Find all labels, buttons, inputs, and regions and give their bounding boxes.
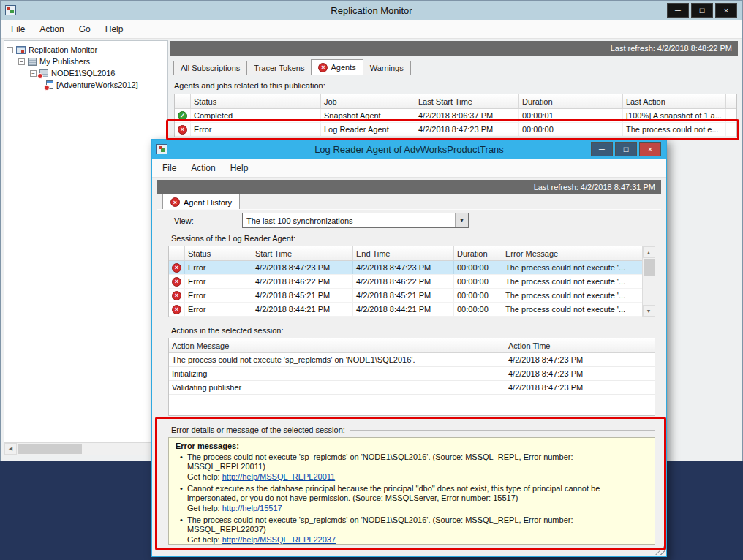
scroll-thumb[interactable] <box>18 444 82 454</box>
column-header-start-time[interactable]: Start Time <box>252 246 353 260</box>
menu-item-file[interactable]: File <box>155 160 184 176</box>
action-row[interactable]: Validating publisher 4/2/2018 8:47:23 PM <box>169 381 655 395</box>
minimize-button[interactable]: ─ <box>667 3 689 18</box>
bullet-icon: • <box>176 484 187 513</box>
bullet-icon: • <box>176 453 187 482</box>
collapse-toggle-icon[interactable]: − <box>18 58 25 65</box>
error-icon: × <box>172 263 181 273</box>
tabstrip-divider <box>157 209 661 210</box>
cell-duration: 00:00:00 <box>454 275 502 288</box>
get-help-link[interactable]: http://help/15517 <box>222 504 282 512</box>
session-row[interactable]: × Error 4/2/2018 8:44:21 PM 4/2/2018 8:4… <box>169 303 642 317</box>
chevron-down-icon[interactable]: ▼ <box>455 213 468 227</box>
agent-menu-bar: File Action Help <box>152 159 666 178</box>
tree-label: My Publishers <box>39 57 90 66</box>
main-window-title: Replication Monitor <box>1 5 742 16</box>
error-icon: × <box>178 125 187 135</box>
sessions-table-header: Status Start Time End Time Duration Erro… <box>169 246 642 261</box>
error-icon: × <box>172 277 181 287</box>
tab-label: Agent History <box>184 198 232 207</box>
tree-item-adventureworks2012[interactable]: [AdventureWorks2012] <box>4 79 167 91</box>
column-header-end-time[interactable]: End Time <box>353 246 454 260</box>
main-titlebar: Replication Monitor ─ □ × <box>1 1 742 20</box>
get-help-line: Get help: http://help/MSSQL_REPL22037 <box>187 535 648 545</box>
tree-item-node1-sql2016[interactable]: − NODE1\SQL2016 <box>4 67 167 79</box>
menu-item-file[interactable]: File <box>4 21 32 37</box>
tree-item-my-publishers[interactable]: − My Publishers <box>4 56 167 67</box>
session-row[interactable]: × Error 4/2/2018 8:47:23 PM 4/2/2018 8:4… <box>169 261 642 275</box>
column-header-last-start-time[interactable]: Last Start Time <box>415 94 519 108</box>
cell-error-message: The process could not execute '... <box>502 275 642 288</box>
get-help-line: Get help: http://help/MSSQL_REPL20011 <box>187 472 648 482</box>
menu-item-help[interactable]: Help <box>223 160 256 176</box>
success-icon: ✓ <box>178 111 187 121</box>
collapse-toggle-icon[interactable]: − <box>30 70 37 77</box>
column-header-action-time[interactable]: Action Time <box>505 338 655 352</box>
server-error-icon <box>39 69 48 77</box>
agent-row-log-reader[interactable]: × Error Log Reader Agent 4/2/2018 8:47:2… <box>175 123 736 137</box>
tab-warnings[interactable]: Warnings <box>363 61 411 75</box>
menu-item-help[interactable]: Help <box>98 21 131 37</box>
error-message-text: The process could not execute 'sp_replcm… <box>187 453 573 471</box>
column-header-status[interactable]: Status <box>185 246 252 260</box>
scroll-thumb[interactable] <box>644 259 655 276</box>
collapse-toggle-icon[interactable]: − <box>7 47 13 53</box>
cell-status-icon: ✓ <box>175 109 191 122</box>
tab-label: Warnings <box>370 64 404 72</box>
column-header-status[interactable]: Status <box>191 94 321 108</box>
tree-item-replication-monitor[interactable]: − Replication Monitor <box>4 44 167 56</box>
column-header-duration[interactable]: Duration <box>519 94 623 108</box>
scroll-down-button[interactable]: ▼ <box>643 305 655 317</box>
column-header-icon[interactable] <box>169 246 185 260</box>
column-header-action-message[interactable]: Action Message <box>169 338 505 352</box>
column-header-last-action[interactable]: Last Action <box>623 94 726 108</box>
maximize-button[interactable]: □ <box>615 142 637 156</box>
cell-duration: 00:00:00 <box>454 303 502 316</box>
column-header-duration[interactable]: Duration <box>454 246 502 260</box>
cell-action-time: 4/2/2018 8:47:23 PM <box>505 367 655 380</box>
scroll-up-button[interactable]: ▲ <box>643 246 655 258</box>
scroll-left-button[interactable]: ◀ <box>4 443 17 455</box>
session-row[interactable]: × Error 4/2/2018 8:45:21 PM 4/2/2018 8:4… <box>169 289 642 303</box>
desktop: Replication Monitor ─ □ × File Action Go… <box>0 0 743 560</box>
cell-action-message: Validating publisher <box>169 381 505 394</box>
maximize-button[interactable]: □ <box>691 3 713 18</box>
error-message-body: The process could not execute 'sp_replcm… <box>187 515 648 545</box>
error-details-caption: Error details or message of the selected… <box>171 425 345 434</box>
tab-label: Agents <box>331 63 355 72</box>
cell-start-time: 4/2/2018 8:45:21 PM <box>252 289 353 302</box>
tab-agents[interactable]: × Agents <box>311 59 363 75</box>
error-messages-heading: Error messages: <box>176 442 648 450</box>
menu-item-action[interactable]: Action <box>184 160 222 176</box>
agent-window-title: Log Reader Agent of AdvWorksProductTrans <box>152 144 666 155</box>
get-help-line: Get help: http://help/15517 <box>187 504 648 513</box>
get-help-label: Get help: <box>187 535 220 544</box>
cell-last-start: 4/2/2018 8:47:23 PM <box>415 123 519 136</box>
get-help-link[interactable]: http://help/MSSQL_REPL22037 <box>222 535 336 544</box>
view-dropdown[interactable]: The last 100 synchronizations ▼ <box>242 213 469 228</box>
close-button[interactable]: × <box>639 142 661 156</box>
resize-grip[interactable] <box>655 545 665 555</box>
minimize-button[interactable]: ─ <box>591 142 613 156</box>
bullet-icon: • <box>176 515 187 545</box>
menu-item-go[interactable]: Go <box>72 21 98 37</box>
get-help-link[interactable]: http://help/MSSQL_REPL20011 <box>222 472 336 481</box>
cell-duration: 00:00:00 <box>454 261 502 274</box>
sessions-table-body: Status Start Time End Time Duration Erro… <box>169 246 642 317</box>
action-row[interactable]: Initializing 4/2/2018 8:47:23 PM <box>169 367 655 381</box>
error-details-box: Error messages: • The process could not … <box>168 437 655 545</box>
agent-tabs: × Agent History <box>162 194 240 210</box>
close-button[interactable]: × <box>715 3 737 18</box>
tab-tracer-tokens[interactable]: Tracer Tokens <box>246 61 312 75</box>
menu-item-action[interactable]: Action <box>32 21 71 37</box>
column-header-icon[interactable] <box>175 94 191 108</box>
cell-status: Error <box>185 275 252 288</box>
action-row[interactable]: The process could not execute 'sp_replcm… <box>169 353 655 367</box>
column-header-error-message[interactable]: Error Message <box>502 246 642 260</box>
agent-row-snapshot[interactable]: ✓ Completed Snapshot Agent 4/2/2018 8:06… <box>175 109 736 123</box>
tab-agent-history[interactable]: × Agent History <box>162 194 240 210</box>
sessions-vertical-scrollbar: ▲ ▼ <box>642 246 655 317</box>
session-row[interactable]: × Error 4/2/2018 8:46:22 PM 4/2/2018 8:4… <box>169 275 642 289</box>
tab-all-subscriptions[interactable]: All Subscriptions <box>173 61 247 75</box>
column-header-job[interactable]: Job <box>321 94 415 108</box>
